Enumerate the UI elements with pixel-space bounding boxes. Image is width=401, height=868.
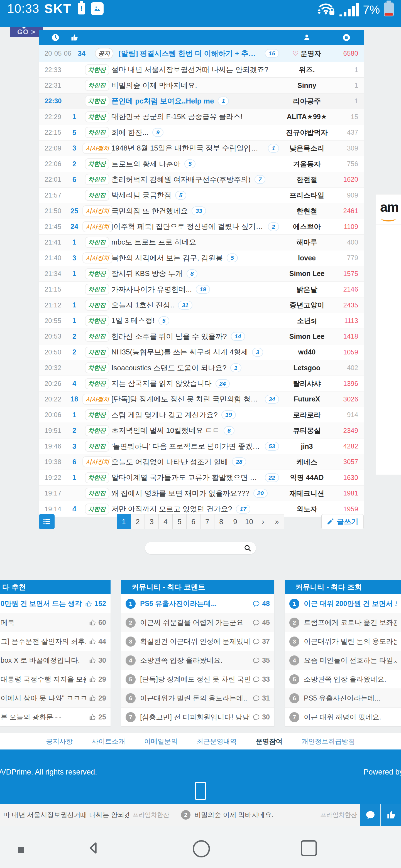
category-badge[interactable]: 차한잔 [85,158,109,169]
table-row[interactable]: 19:46 3 차한잔 '놀면뭐하니' 다음 프로젝트로 넘어가면 좋겠어요. … [39,438,364,454]
post-author[interactable]: ALITA★99★ [279,113,335,121]
post-author[interactable]: 에스쁘아 [279,222,335,231]
page-button-6[interactable]: 6 [186,514,200,529]
post-author[interactable]: 외노자 [279,504,335,514]
panel-list-item[interactable]: 이에서 상아 못 나와" ㅋㅋㅋ29 [0,688,111,708]
footer-link[interactable]: 사이트소개 [92,737,125,746]
post-title[interactable]: 비밀의숲 이제 막바지네요. [111,81,197,90]
category-badge[interactable]: 차한잔 [85,488,109,499]
post-author[interactable]: 낮은목소리 [279,144,335,153]
ticker-item[interactable]: 마 내년 서울시장보궐선거때 나씨는 안되겠죠? 프라임차한잔 [0,804,173,826]
post-title[interactable]: 북한의 시각에서 보는 김구, 김원봉 [111,253,223,263]
table-row[interactable]: 21:40 3 시사정치 북한의 시각에서 보는 김구, 김원봉 5 lovee… [39,250,364,266]
search-icon[interactable] [244,544,252,552]
table-row[interactable]: 19:38 6 시사정치 오늘도 어김없이 나타난 성조기 할배 28 케네스 … [39,454,364,470]
ticker-item[interactable]: 2 비밀의숲 이제 막바지네요. 프라임차한잔 [173,804,360,826]
post-title[interactable]: 오늘자 1호선 진상.. [111,300,174,310]
go-shortcut-button[interactable]: GO > [10,27,43,37]
category-badge[interactable]: 시사정치 [82,143,113,154]
post-title[interactable]: mbc도 트로트 프로 하네요 [111,237,196,247]
panel-list-item[interactable]: 4요즘 미인들이 선호하는 타잎.JPG [285,651,401,670]
panel-list-item[interactable]: 7[심층고민] 전 디피회원입니다! 당당!30 [121,708,274,726]
like-button[interactable] [380,804,401,826]
panel-list-item[interactable]: 5소방관쪽 입장 올라왔네요. [285,670,401,688]
post-title[interactable]: 회에 한잔... [111,128,148,137]
page-button-8[interactable]: 8 [214,514,228,529]
table-row[interactable]: 22:31 차한잔 비밀의숲 이제 막바지네요. Sinny 1 [39,78,364,93]
category-badge[interactable]: 차한잔 [85,237,109,248]
ad-sidebar[interactable]: am [376,194,401,475]
recents-button[interactable] [301,840,317,856]
post-author[interactable]: 익명 44AD [279,473,335,482]
panel-list-item[interactable]: 2이근씨 쉬운길을 어렵게 가는군요45 [121,613,274,632]
post-author[interactable]: 진규야밥먹자 [279,128,335,137]
back-button[interactable] [86,840,102,857]
post-author[interactable]: 위즈. [279,65,335,74]
panel-list-item[interactable]: 6PS5 유출사진이라는데... [285,688,401,708]
post-author[interactable]: Simon Lee [279,333,335,341]
home-button[interactable] [193,840,210,858]
table-row[interactable]: 21:45 24 시사정치 [이주혁 페북] 집단으로 정신병에 걸렸나 싶기두… [39,219,364,234]
table-row[interactable]: 22:29 1 차한잔 대한민국 공군의 F-15K 공중급유 클라스! ALI… [39,109,364,124]
write-post-button[interactable]: 글쓰기 [321,514,364,529]
table-row[interactable]: 22:30 차한잔 폰인데 pc처럼 보여요..Help me 1 리아공주 1 [39,93,364,109]
page-button-10[interactable]: 10 [242,514,256,529]
panel-list-item[interactable]: 1이근 대위 200만원 건 보면서 드는 생각 [285,594,401,613]
table-row[interactable]: 19:51 2 차한잔 초저녁인데 벌써 10킬했네요 ㄷㄷ 6 큐티몽실 23… [39,423,364,438]
table-row[interactable]: 20:50 2 차한잔 NH35(농협무브)를 쓰는 싸구려 시계 4형제 3 … [39,344,364,360]
table-row[interactable]: 22:06 2 차한잔 트로트의 황제 나훈아 5 겨울동자 756 [39,156,364,172]
footer-link[interactable]: 공지사항 [46,737,73,746]
post-title[interactable]: 잠시뒤 KBS 방송 두개 [111,269,183,278]
post-author[interactable]: 해마루 [279,238,335,247]
category-badge[interactable]: 차한잔 [85,174,109,185]
post-title[interactable]: 저만 아직까지 모르고 있었던 건가요? [111,504,232,514]
category-badge[interactable]: 차한잔 [85,378,109,389]
post-author[interactable]: FutureX [279,395,335,403]
panel-list-item[interactable]: 7이근 대위 해명이 떴네요. [285,708,401,726]
category-badge[interactable]: 차한잔 [85,315,109,326]
page-button-5[interactable]: 5 [172,514,187,529]
category-badge[interactable]: 차한잔 [85,331,109,342]
panel-list-item[interactable]: 4소방관쪽 입장 올라왔네요.35 [121,651,274,670]
panel-list-item[interactable]: 6이근대위가 빌린 돈의 용도라는데..31 [121,688,274,708]
table-row[interactable]: 21:12 1 차한잔 오늘자 1호선 진상.. 31 중년고양이 2435 [39,297,364,313]
search-input[interactable] [151,544,244,552]
post-title[interactable]: 가짜사나이가 유명한데... [111,285,192,294]
post-title[interactable]: 한라산 소주를 뛰어 넘을 수 있을까? [111,332,227,341]
post-author[interactable]: lovee [279,254,335,262]
post-author[interactable]: 밝은날 [279,285,335,294]
post-author[interactable]: 소년sj [279,316,335,325]
page-button-2[interactable]: 2 [131,514,145,529]
post-title[interactable]: 1948년 8월 15일은 대한민국 정부 수립일입니다. [111,143,264,153]
table-row[interactable]: 20:22 18 시사정치 [단독]당 징계에도 정신 못 차린 국민의힘 청년… [39,391,364,407]
category-badge[interactable]: 시사정치 [82,456,113,467]
category-badge[interactable]: 차한잔 [85,268,109,279]
panel-list-item[interactable]: 1PS5 유출사진이라는데...48 [121,594,274,613]
table-row[interactable]: 20:26 4 차한잔 저는 삼국지를 읽지 않았습니다 24 탈리샤샤 139… [39,376,364,391]
post-title[interactable]: 스팀 게임 몇개나 갖고 계신가요? [111,410,218,420]
notice-row[interactable]: 20-05-06 34 공지 [알림] 평결시스템 한번 더 이해하기 + 추가… [39,45,364,62]
table-row[interactable]: 20:06 1 차한잔 스팀 게임 몇개나 갖고 계신가요? 19 로라로라 9… [39,407,364,423]
panel-list-item[interactable]: 본 오늘의 광화문~~25 [0,708,111,726]
panel-list-item[interactable]: 대통령 국정수행 지지율 모음29 [0,670,111,688]
page-button-»[interactable]: » [270,514,284,529]
panel-list-item[interactable]: 3이근대위가 빌린 돈의 용도라는데.. [285,632,401,651]
post-title[interactable]: 트로트의 황제 나훈아 [111,159,180,169]
category-badge[interactable]: 차한잔 [85,472,109,483]
table-row[interactable]: 20:32 차한잔 Isoacoustics 스탠드 도움이 되나요? 1 Le… [39,360,364,375]
post-title[interactable]: [이주혁 페북] 집단으로 정신병에 걸렸나 싶기두 하고..... [111,222,264,231]
post-author[interactable]: 재테크니션 [279,489,335,498]
post-author[interactable]: Letsgoo [279,364,335,372]
page-button-7[interactable]: 7 [200,514,214,529]
table-row[interactable]: 22:09 3 시사정치 1948년 8월 15일은 대한민국 정부 수립일입니… [39,140,364,156]
post-title[interactable]: 저는 삼국지를 읽지 않았습니다 [111,379,212,389]
category-badge[interactable]: 차한잔 [85,347,109,358]
table-row[interactable]: 21:15 차한잔 가짜사나이가 유명한데... 19 밝은날 2146 [39,281,364,297]
footer-link[interactable]: 운영참여 [256,737,283,746]
notice-author[interactable]: ♡운영자 [279,49,335,58]
panel-list-item[interactable]: 3확실한건 이근대위 인성에 문제있네요37 [121,632,274,651]
post-title[interactable]: 대한민국 공군의 F-15K 공중급유 클라스! [111,112,242,122]
post-author[interactable]: Sinny [279,82,335,90]
panel-list-item[interactable]: box X 로 바꿀예정입니다.30 [0,651,111,670]
category-badge[interactable]: 시사정치 [82,394,113,405]
